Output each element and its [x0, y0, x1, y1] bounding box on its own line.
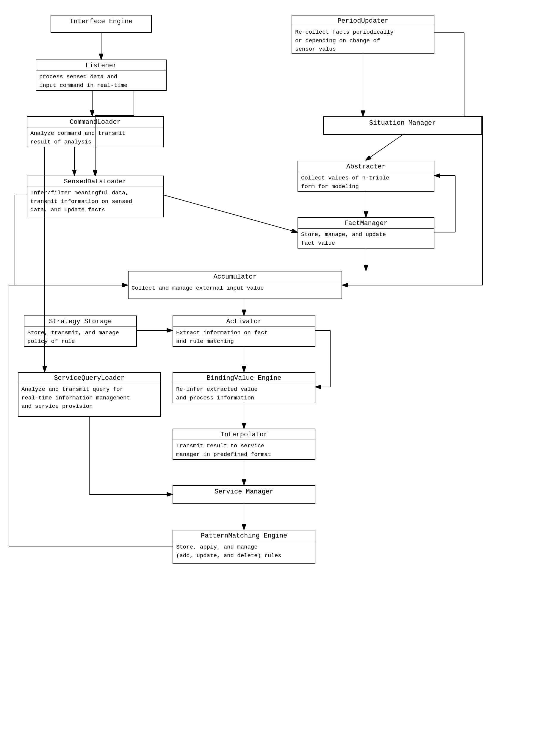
- listener-body: process sensed data and input command in…: [36, 71, 166, 91]
- interface-engine-box: Interface Engine: [51, 15, 152, 33]
- service-query-loader-title: ServiceQueryLoader: [18, 373, 160, 383]
- abstracter-body: Collect values of n-triple form for mode…: [298, 172, 434, 193]
- listener-box: Listener process sensed data and input c…: [36, 60, 167, 91]
- interpolator-body: Transmit result to service manager in pr…: [173, 440, 315, 460]
- fact-manager-body: Store, manage, and update fact value: [298, 229, 434, 249]
- command-loader-title: CommandLoader: [27, 117, 163, 127]
- accumulator-title: Accumulator: [129, 271, 341, 282]
- command-loader-body: Analyze command and transmit result of a…: [27, 127, 163, 148]
- service-manager-title: Service Manager: [173, 486, 315, 498]
- situation-manager-title: Situation Manager: [324, 117, 481, 129]
- abstracter-title: Abstracter: [298, 161, 434, 172]
- period-updater-box: PeriodUpdater Re-collect facts periodica…: [291, 15, 434, 54]
- command-loader-box: CommandLoader Analyze command and transm…: [27, 116, 164, 147]
- sensed-data-loader-body: Infer/filter meaningful data, transmit i…: [27, 187, 163, 216]
- service-manager-box: Service Manager: [173, 485, 315, 504]
- period-updater-body: Re-collect facts periodically or dependi…: [292, 26, 434, 55]
- activator-box: Activator Extract information on fact an…: [173, 315, 315, 347]
- binding-value-engine-box: BindingValue Engine Re-infer extracted v…: [173, 372, 315, 403]
- service-query-loader-box: ServiceQueryLoader Analyze and transmit …: [18, 372, 161, 417]
- listener-title: Listener: [36, 60, 166, 71]
- activator-title: Activator: [173, 316, 315, 327]
- interface-engine-title: Interface Engine: [51, 15, 151, 28]
- fact-manager-box: FactManager Store, manage, and update fa…: [297, 217, 434, 249]
- sensed-data-loader-title: SensedDataLoader: [27, 176, 163, 187]
- period-updater-title: PeriodUpdater: [292, 15, 434, 26]
- interpolator-title: Interpolator: [173, 429, 315, 440]
- activator-body: Extract information on fact and rule mat…: [173, 327, 315, 347]
- accumulator-box: Accumulator Collect and manage external …: [128, 271, 342, 299]
- binding-value-engine-body: Re-infer extracted value and process inf…: [173, 383, 315, 404]
- situation-manager-box: Situation Manager: [323, 116, 482, 135]
- accumulator-body: Collect and manage external input value: [129, 282, 341, 294]
- diagram: Interface Engine PeriodUpdater Re-collec…: [0, 0, 543, 756]
- interpolator-box: Interpolator Transmit result to service …: [173, 429, 315, 460]
- abstracter-box: Abstracter Collect values of n-triple fo…: [297, 161, 434, 192]
- pattern-matching-engine-body: Store, apply, and manage (add, update, a…: [173, 541, 315, 562]
- sensed-data-loader-box: SensedDataLoader Infer/filter meaningful…: [27, 176, 164, 217]
- strategy-storage-body: Store, transmit, and manage policy of ru…: [24, 327, 136, 347]
- strategy-storage-title: Strategy Storage: [24, 316, 136, 327]
- service-query-loader-body: Analyze and transmit query for real-time…: [18, 383, 160, 413]
- pattern-matching-engine-title: PatternMatching Engine: [173, 530, 315, 541]
- svg-line-8: [366, 135, 402, 160]
- strategy-storage-box: Strategy Storage Store, transmit, and ma…: [24, 315, 137, 347]
- svg-line-10: [164, 195, 297, 232]
- binding-value-engine-title: BindingValue Engine: [173, 373, 315, 383]
- pattern-matching-engine-box: PatternMatching Engine Store, apply, and…: [173, 530, 315, 564]
- fact-manager-title: FactManager: [298, 218, 434, 229]
